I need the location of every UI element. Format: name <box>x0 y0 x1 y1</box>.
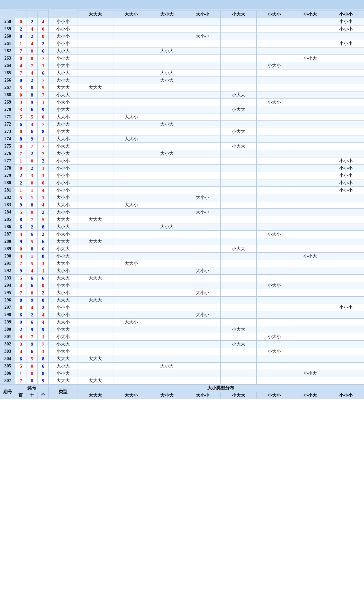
dist-cell <box>328 282 364 289</box>
dist-cell <box>77 40 113 47</box>
table-row: 264471小大小小大小 <box>0 62 364 69</box>
dist-cell <box>292 135 328 143</box>
dist-cell <box>292 333 328 341</box>
dist-cell <box>221 201 256 209</box>
dist-cell <box>185 179 220 187</box>
type-cell: 大大大 <box>49 297 77 304</box>
footer-shi: 十 <box>26 392 38 399</box>
dist-cell <box>256 267 292 275</box>
dist-cell <box>328 69 364 77</box>
shi-cell: 7 <box>26 143 38 150</box>
dist-cell <box>77 135 113 143</box>
type-cell: 小大小 <box>49 348 77 355</box>
ge-cell: 6 <box>38 275 49 282</box>
dist-cell <box>185 245 220 253</box>
shi-cell: 2 <box>26 311 38 319</box>
period-cell: 262 <box>0 47 15 55</box>
dist-cell <box>221 231 256 238</box>
dist-cell <box>149 157 185 165</box>
table-row: 270369小大大小大大 <box>0 106 364 113</box>
dist-cell <box>113 143 149 150</box>
dist-cell <box>185 84 220 91</box>
dist-cell <box>185 165 220 172</box>
bai-cell: 9 <box>15 267 26 275</box>
dist-cell <box>292 121 328 128</box>
footer-col-2: 大小大 <box>149 392 185 399</box>
shi-cell: 2 <box>26 77 38 84</box>
table-row: 300299小大大小大大 <box>0 326 364 333</box>
footer-col-3: 大小小 <box>185 392 220 399</box>
table-row: 259240小小小小小小 <box>0 25 364 33</box>
table-row: 302397小大大小大大 <box>0 341 364 348</box>
dist-cell <box>149 370 185 377</box>
period-cell: 283 <box>0 201 15 209</box>
shi-cell: 1 <box>26 253 38 260</box>
dist-cell <box>292 223 328 231</box>
dist-cell <box>149 216 185 223</box>
dist-cell <box>149 106 185 113</box>
ge-cell: 0 <box>38 25 49 33</box>
dist-cell: 大大大 <box>77 84 113 91</box>
dist-cell <box>221 297 256 304</box>
dist-cell <box>328 289 364 297</box>
shi-cell: 0 <box>26 179 38 187</box>
shi-cell: 4 <box>26 121 38 128</box>
dist-cell <box>292 238 328 245</box>
dist-cell <box>221 62 256 69</box>
dist-cell <box>149 209 185 216</box>
dist-cell: 小大大 <box>221 91 256 99</box>
table-row: 277102小小小小小小 <box>0 157 364 165</box>
dist-cell: 大小大 <box>149 47 185 55</box>
dist-cell <box>77 319 113 326</box>
ge-cell: 8 <box>38 370 49 377</box>
bai-cell: 0 <box>15 245 26 253</box>
dist-cell <box>292 355 328 363</box>
ge-cell: 4 <box>38 311 49 319</box>
dist-cell <box>221 319 256 326</box>
dist-cell <box>256 355 292 363</box>
dist-cell <box>256 106 292 113</box>
shi-cell: 6 <box>26 128 38 135</box>
dist-cell <box>113 55 149 62</box>
period-cell: 298 <box>0 311 15 319</box>
shi-cell: 0 <box>26 289 38 297</box>
type-cell: 大小小 <box>49 289 77 297</box>
dist-cell: 大大大 <box>77 377 113 385</box>
type-cell: 小小小 <box>49 157 77 165</box>
dist-cell <box>149 165 185 172</box>
dist-cell <box>256 201 292 209</box>
ge-cell: 5 <box>38 216 49 223</box>
dist-cell <box>185 18 220 25</box>
dist-cell: 小小小 <box>328 18 364 25</box>
footer-bai: 百 <box>15 392 26 399</box>
dist-cell <box>256 18 292 25</box>
type-cell: 大小小 <box>49 33 77 40</box>
ge-cell: 6 <box>38 363 49 370</box>
dist-cell <box>149 326 185 333</box>
dist-cell <box>185 297 220 304</box>
ge-cell: 0 <box>38 179 49 187</box>
dist-cell <box>77 348 113 355</box>
dist-cell <box>77 47 113 55</box>
dist-cell <box>185 187 220 194</box>
type-cell: 大小大 <box>49 223 77 231</box>
shi-cell: 0 <box>26 55 38 62</box>
table-row: 278021小小小小小小 <box>0 165 364 172</box>
dist-cell: 小小小 <box>328 25 364 33</box>
dist-cell <box>77 260 113 267</box>
period-cell: 302 <box>0 341 15 348</box>
dist-cell <box>77 201 113 209</box>
dist-cell: 大大大 <box>77 297 113 304</box>
bai-cell: 7 <box>15 377 26 385</box>
dist-cell <box>292 150 328 157</box>
table-row: 285875大大大大大大 <box>0 216 364 223</box>
ge-cell: 6 <box>38 69 49 77</box>
dist-cell <box>256 289 292 297</box>
dist-cell <box>185 157 220 165</box>
ge-header <box>38 11 49 18</box>
dist-col-6: 小小大 <box>292 11 328 18</box>
ge-cell: 2 <box>38 40 49 47</box>
dist-cell: 小大小 <box>256 348 292 355</box>
dist-cell <box>185 223 220 231</box>
dist-cell <box>256 275 292 282</box>
